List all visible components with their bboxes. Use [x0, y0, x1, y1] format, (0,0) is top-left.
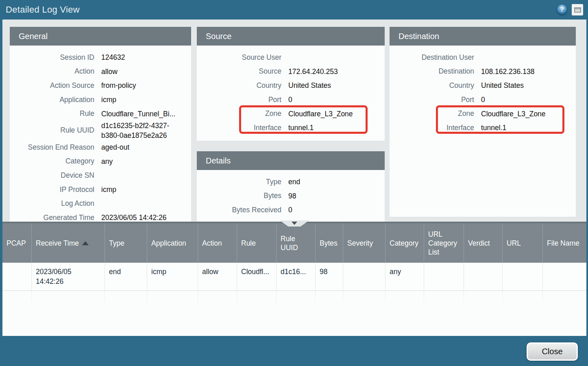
- field-action: Actionallow: [10, 65, 191, 79]
- dialog-content: General Session ID124632 Actionallow Act…: [2, 20, 586, 336]
- log-table-area: PCAP Receive Time Type Application Actio…: [2, 222, 586, 336]
- field-label: Device SN: [15, 171, 94, 180]
- field-session-end-reason: Session End Reasonaged-out: [10, 140, 191, 155]
- field-label: Port: [394, 96, 474, 104]
- column-header-rule-uuid[interactable]: Rule UUID: [277, 223, 316, 263]
- field-label: Interface: [394, 124, 474, 132]
- field-source: Source172.64.240.253: [197, 65, 385, 79]
- cell-type: end: [105, 263, 147, 290]
- field-label: Destination User: [394, 53, 474, 62]
- field-label: Rule UUID: [15, 126, 94, 135]
- field-log-action: Log Action: [10, 196, 191, 211]
- cell-severity: [343, 263, 385, 290]
- field-value: Cloudflare_Tunnel_Bi...: [101, 109, 186, 119]
- field-label: Log Action: [15, 199, 94, 208]
- panel-source-header: Source: [197, 27, 385, 46]
- dialog-title: Detailed Log View: [0, 4, 80, 15]
- field-label: Zone: [394, 109, 474, 118]
- cell-receive-time: 2023/06/05 14:42:26: [32, 263, 105, 290]
- field-category: Categoryany: [10, 155, 191, 169]
- panel-destination-body: Destination User Destination108.162.236.…: [390, 46, 576, 135]
- field-port: Port0: [390, 93, 576, 107]
- help-icon[interactable]: ?: [556, 4, 568, 15]
- field-rule: RuleCloudflare_Tunnel_Bi...: [10, 107, 191, 121]
- field-value: 98: [288, 191, 380, 201]
- field-label: Source User: [202, 53, 281, 62]
- field-session-id: Session ID124632: [10, 50, 191, 65]
- log-detail-panels: General Session ID124632 Actionallow Act…: [2, 20, 586, 222]
- field-value: 172.64.240.253: [288, 67, 380, 76]
- column-header-url[interactable]: URL: [503, 223, 543, 263]
- panel-source: Source Source User Source172.64.240.253 …: [197, 27, 385, 141]
- panel-source-body: Source User Source172.64.240.253 Country…: [197, 46, 385, 135]
- dialog-footer: Close: [0, 336, 588, 366]
- field-label: Destination: [394, 67, 474, 76]
- column-label: Rule UUID: [281, 234, 311, 252]
- column-label: Category: [390, 239, 418, 248]
- help-glyph: ?: [560, 6, 564, 13]
- column-header-severity[interactable]: Severity: [343, 223, 385, 263]
- field-label: Session ID: [15, 53, 94, 62]
- panel-general: General Session ID124632 Actionallow Act…: [10, 27, 191, 222]
- field-value: 108.162.236.138: [481, 67, 571, 76]
- panel-details-header: Details: [197, 151, 385, 170]
- column-header-receive-time[interactable]: Receive Time: [32, 223, 105, 263]
- column-label: Rule: [241, 239, 256, 248]
- field-label: Country: [202, 81, 281, 90]
- panel-details-body: Typeend Bytes98 Bytes Received0: [197, 170, 385, 217]
- column-header-rule[interactable]: Rule: [237, 223, 277, 263]
- panel-destination: Destination Destination User Destination…: [390, 27, 576, 217]
- panel-general-header: General: [10, 27, 191, 46]
- field-destination: Destination108.162.236.138: [390, 65, 576, 79]
- log-table-row[interactable]: 2023/06/05 14:42:26 end icmp allow Cloud…: [2, 263, 586, 291]
- field-device-sn: Device SN: [10, 168, 191, 183]
- field-value: tunnel.1: [481, 123, 571, 133]
- field-value: 0: [288, 205, 380, 215]
- column-header-pcap[interactable]: PCAP: [2, 223, 32, 263]
- column-header-url-category-list[interactable]: URL Category List: [424, 223, 464, 263]
- column-header-bytes[interactable]: Bytes: [316, 223, 343, 263]
- column-header-file-name[interactable]: File Name: [543, 223, 586, 263]
- cell-rule: Cloudfl...: [237, 263, 277, 290]
- field-value: d1c16235-b2f2-4327-b380-0ae1875e2a26: [101, 121, 186, 140]
- field-value: Cloudflare_L3_Zone: [288, 109, 380, 119]
- cell-url: [503, 263, 543, 290]
- field-value: United States: [288, 81, 380, 90]
- field-label: Country: [394, 81, 474, 90]
- field-port: Port0: [197, 93, 385, 107]
- close-button[interactable]: Close: [527, 342, 578, 361]
- window-glyph: [574, 7, 581, 13]
- field-bytes: Bytes98: [197, 189, 385, 203]
- field-label: Session End Reason: [15, 143, 94, 152]
- field-label: Category: [15, 157, 94, 166]
- field-label: Port: [202, 96, 281, 104]
- field-rule-uuid: Rule UUIDd1c16235-b2f2-4327-b380-0ae1875…: [10, 121, 191, 140]
- field-zone: ZoneCloudflare_L3_Zone: [197, 107, 385, 121]
- field-value: end: [288, 177, 380, 187]
- field-label: Generated Time: [15, 214, 94, 222]
- column-label: Severity: [347, 239, 373, 248]
- window-restore-icon[interactable]: [572, 4, 583, 15]
- field-label: Type: [202, 178, 281, 186]
- cell-application: icmp: [147, 263, 198, 290]
- panel-destination-header: Destination: [390, 27, 576, 46]
- column-header-action[interactable]: Action: [198, 223, 237, 263]
- cell-rule-uuid: d1c16...: [277, 263, 316, 290]
- column-header-category[interactable]: Category: [385, 223, 424, 263]
- column-header-application[interactable]: Application: [147, 223, 198, 263]
- cell-pcap: [2, 263, 32, 290]
- panel-general-body: Session ID124632 Actionallow Action Sour…: [10, 46, 191, 222]
- field-value: aged-out: [101, 142, 186, 152]
- column-header-type[interactable]: Type: [105, 223, 147, 263]
- field-label: Action: [15, 67, 94, 76]
- cell-category: any: [385, 263, 424, 290]
- field-label: Interface: [202, 124, 281, 132]
- cell-verdict: [464, 263, 503, 290]
- log-table-header: PCAP Receive Time Type Application Actio…: [2, 222, 586, 263]
- field-value: Cloudflare_L3_Zone: [481, 109, 571, 119]
- field-label: Application: [15, 96, 94, 104]
- column-label: URL Category List: [428, 230, 460, 257]
- field-value: tunnel.1: [288, 123, 380, 133]
- column-header-verdict[interactable]: Verdict: [464, 223, 503, 263]
- field-value: 2023/06/05 14:42:26: [101, 213, 186, 222]
